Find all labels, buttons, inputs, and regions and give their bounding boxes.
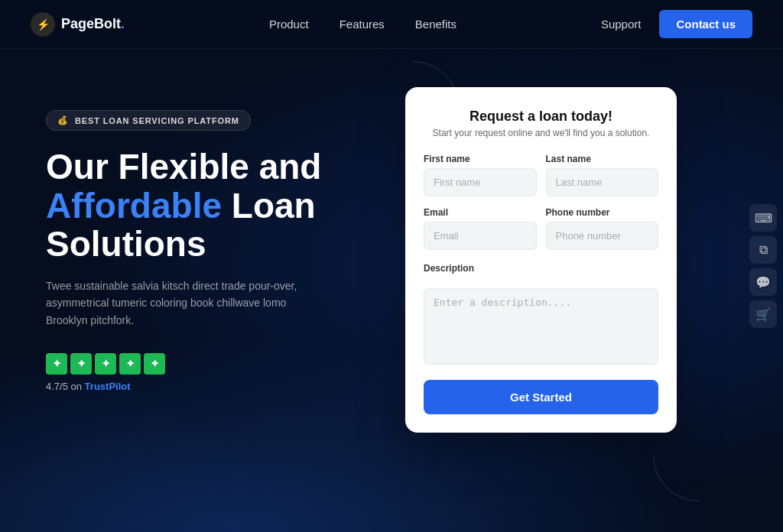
logo: ⚡ PageBolt. <box>31 12 125 37</box>
nav-link-product[interactable]: Product <box>269 18 309 31</box>
last-name-input[interactable] <box>546 168 659 196</box>
first-name-input[interactable] <box>424 168 537 196</box>
contact-row: Email Phone number <box>424 207 658 250</box>
navbar: ⚡ PageBolt. Product Features Benefits Su… <box>0 0 783 49</box>
description-group: Description <box>424 261 658 368</box>
last-name-label: Last name <box>546 154 659 164</box>
layers-icon[interactable]: ⧉ <box>749 236 777 264</box>
star-1: ✦ <box>46 353 67 375</box>
rating-text: 4.7/5 on TrustPilot <box>46 381 375 392</box>
nav-link-benefits[interactable]: Benefits <box>415 18 456 31</box>
email-group: Email <box>424 207 537 250</box>
description-label: Description <box>424 263 474 274</box>
phone-label: Phone number <box>546 207 659 218</box>
last-name-group: Last name <box>546 154 659 196</box>
form-title: Request a loan today! <box>424 109 658 125</box>
logo-icon: ⚡ <box>31 12 55 37</box>
main-content: 💰 BEST LOAN SERVICING PLATFORM Our Flexi… <box>0 49 783 433</box>
nav-link-features[interactable]: Features <box>340 18 385 31</box>
nav-right: Support Contact us <box>601 10 752 38</box>
badge: 💰 BEST LOAN SERVICING PLATFORM <box>46 110 251 131</box>
first-name-label: First name <box>424 154 537 164</box>
sidebar-icons: ⌨ ⧉ 💬 🛒 <box>749 204 777 328</box>
hero-title: Our Flexible and Affordable Loan Solutio… <box>46 148 375 264</box>
email-input[interactable] <box>424 222 537 250</box>
name-row: First name Last name <box>424 154 658 196</box>
loan-form-card: Request a loan today! Start your request… <box>405 87 677 433</box>
star-rating: ✦ ✦ ✦ ✦ ✦ <box>46 353 375 375</box>
badge-icon: 💰 <box>57 115 69 125</box>
contact-button[interactable]: Contact us <box>659 10 752 38</box>
form-subtitle: Start your request online and we'll find… <box>424 128 658 138</box>
submit-button[interactable]: Get Started <box>424 380 658 414</box>
badge-text: BEST LOAN SERVICING PLATFORM <box>75 116 239 125</box>
star-4: ✦ <box>119 353 141 375</box>
phone-input[interactable] <box>546 222 659 250</box>
star-5: ✦ <box>144 353 165 375</box>
logo-text: PageBolt. <box>61 16 125 32</box>
phone-group: Phone number <box>546 207 659 250</box>
hero-description: Twee sustainable salvia kitsch direct tr… <box>46 277 306 329</box>
star-2: ✦ <box>70 353 92 375</box>
support-link[interactable]: Support <box>601 18 642 31</box>
description-textarea[interactable] <box>424 288 658 365</box>
star-3: ✦ <box>95 353 116 375</box>
nav-links: Product Features Benefits <box>269 18 456 31</box>
email-label: Email <box>424 207 537 218</box>
hero-section: 💰 BEST LOAN SERVICING PLATFORM Our Flexi… <box>46 95 375 392</box>
chat-icon[interactable]: 💬 <box>749 268 777 296</box>
first-name-group: First name <box>424 154 537 196</box>
cart-icon[interactable]: 🛒 <box>749 300 777 328</box>
keyboard-icon[interactable]: ⌨ <box>749 204 777 232</box>
